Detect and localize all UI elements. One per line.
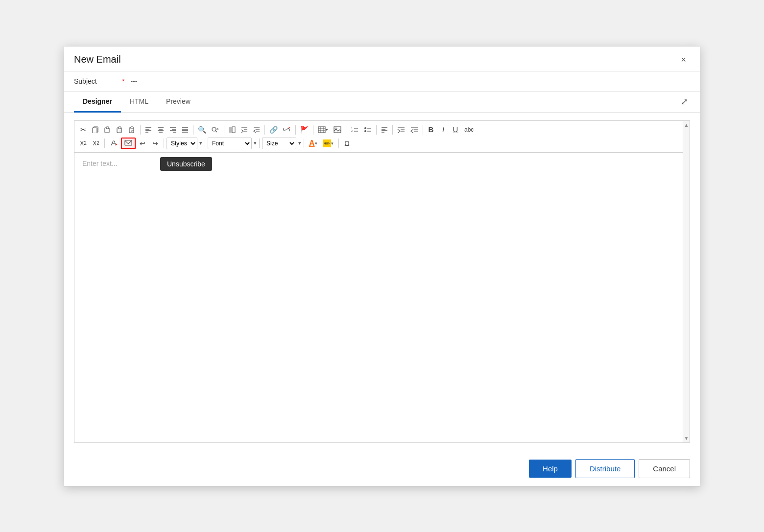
editor-placeholder: Enter text... bbox=[82, 160, 118, 167]
superscript-button[interactable]: X2 bbox=[90, 138, 102, 149]
new-email-dialog: New Email × Subject * --- Designer HTML … bbox=[64, 46, 700, 486]
block-button[interactable] bbox=[226, 124, 238, 136]
editor-content[interactable]: Enter text... bbox=[74, 153, 690, 442]
sep4 bbox=[264, 125, 265, 135]
sep2 bbox=[193, 125, 193, 135]
sep11 bbox=[104, 139, 105, 148]
subject-value: --- bbox=[130, 77, 137, 85]
ordered-list-button[interactable]: 1.2. bbox=[348, 124, 361, 136]
align-left-button[interactable] bbox=[143, 124, 154, 136]
clear-format-button[interactable] bbox=[107, 138, 120, 149]
sep6 bbox=[313, 125, 313, 135]
sep1 bbox=[140, 125, 141, 135]
editor-area: ✂ T W bbox=[74, 120, 690, 443]
tabs-row: Designer HTML Preview ⤢ bbox=[64, 92, 700, 113]
svg-text:a: a bbox=[216, 127, 218, 130]
cut-button[interactable]: ✂ bbox=[77, 124, 89, 136]
scroll-up-button[interactable]: ▲ bbox=[683, 121, 690, 129]
svg-point-49 bbox=[364, 127, 366, 129]
flag-button[interactable]: 🚩 bbox=[298, 124, 311, 136]
sep5 bbox=[295, 125, 296, 135]
editor-toolbar: ✂ T W bbox=[74, 121, 690, 153]
bold-button[interactable]: B bbox=[425, 124, 437, 136]
strikethrough-button[interactable]: abc bbox=[462, 124, 476, 136]
close-button[interactable]: × bbox=[677, 53, 690, 66]
sep15 bbox=[304, 139, 304, 148]
decrease-indent-button[interactable] bbox=[408, 124, 421, 136]
scroll-track[interactable] bbox=[683, 129, 690, 434]
styles-select[interactable]: Styles bbox=[167, 138, 197, 149]
dialog-title: New Email bbox=[74, 54, 121, 65]
undo-button[interactable]: ↩ bbox=[137, 138, 148, 149]
remove-link-button[interactable] bbox=[281, 124, 293, 136]
sep16 bbox=[338, 139, 339, 148]
find-replace-button[interactable]: a bbox=[209, 124, 222, 136]
dialog-footer: Help Distribute Cancel bbox=[64, 451, 700, 486]
svg-rect-29 bbox=[229, 127, 232, 133]
unordered-list-button[interactable] bbox=[361, 124, 374, 136]
svg-text:2.: 2. bbox=[351, 129, 353, 132]
paste-button[interactable] bbox=[102, 124, 114, 136]
help-button[interactable]: Help bbox=[529, 460, 572, 478]
styles-arrow: ▾ bbox=[199, 140, 202, 146]
subject-label: Subject bbox=[74, 77, 118, 85]
scrollbar[interactable]: ▲ ▼ bbox=[683, 121, 690, 442]
align2-button[interactable] bbox=[379, 124, 390, 136]
unsubscribe-button[interactable] bbox=[121, 138, 136, 149]
align-right-button[interactable] bbox=[167, 124, 179, 136]
tab-html[interactable]: HTML bbox=[121, 92, 157, 113]
copy-button[interactable] bbox=[90, 124, 101, 136]
insert-link-button[interactable]: 🔗 bbox=[267, 124, 280, 136]
special-char-button[interactable]: Ω bbox=[341, 138, 353, 149]
distribute-button[interactable]: Distribute bbox=[575, 459, 635, 478]
size-select[interactable]: Size bbox=[262, 138, 296, 149]
tab-designer[interactable]: Designer bbox=[74, 92, 121, 113]
cancel-button[interactable]: Cancel bbox=[639, 459, 690, 478]
sep10 bbox=[423, 125, 423, 135]
sep14 bbox=[259, 139, 260, 148]
svg-rect-30 bbox=[232, 127, 235, 133]
toolbar-row-1: ✂ T W bbox=[77, 123, 687, 137]
size-arrow: ▾ bbox=[298, 140, 301, 146]
svg-point-26 bbox=[212, 127, 216, 131]
font-arrow: ▾ bbox=[254, 140, 257, 146]
sep3 bbox=[224, 125, 224, 135]
editor-tabs: Designer HTML Preview bbox=[74, 92, 199, 112]
font-select[interactable]: Font bbox=[208, 138, 252, 149]
increase-indent-button[interactable] bbox=[395, 124, 407, 136]
search-button[interactable]: 🔍 bbox=[195, 124, 209, 136]
font-color-button[interactable]: A ▾ bbox=[307, 138, 320, 149]
paste3-button[interactable]: W bbox=[126, 124, 138, 136]
dialog-header: New Email × bbox=[64, 46, 700, 71]
scroll-down-button[interactable]: ▼ bbox=[683, 434, 690, 442]
highlight-dropdown: ▾ bbox=[331, 141, 334, 146]
underline-button[interactable]: U bbox=[450, 124, 461, 136]
svg-text:T: T bbox=[119, 129, 121, 132]
font-color-icon: A bbox=[309, 139, 315, 148]
highlight-button[interactable]: ✏ ▾ bbox=[321, 138, 336, 149]
image-button[interactable] bbox=[331, 124, 344, 136]
svg-rect-3 bbox=[106, 127, 109, 129]
sep7 bbox=[346, 125, 346, 135]
table-button[interactable]: ▾ bbox=[315, 124, 331, 136]
subscript-button[interactable]: X2 bbox=[77, 138, 89, 149]
align-center-button[interactable] bbox=[155, 124, 167, 136]
required-indicator: * bbox=[122, 77, 124, 85]
redo-button[interactable]: ↪ bbox=[149, 138, 161, 149]
italic-button[interactable]: I bbox=[437, 124, 449, 136]
outdent-button[interactable] bbox=[251, 124, 263, 136]
expand-button[interactable]: ⤢ bbox=[679, 94, 690, 109]
indent-button[interactable] bbox=[239, 124, 250, 136]
svg-line-27 bbox=[215, 131, 217, 132]
align-justify-button[interactable] bbox=[179, 124, 191, 136]
paste2-button[interactable]: T bbox=[114, 124, 126, 136]
tab-preview[interactable]: Preview bbox=[157, 92, 199, 113]
svg-rect-5 bbox=[119, 127, 121, 129]
font-color-dropdown: ▾ bbox=[315, 141, 317, 146]
highlight-icon: ✏ bbox=[323, 139, 331, 147]
svg-text:W: W bbox=[131, 129, 134, 132]
svg-rect-38 bbox=[318, 127, 325, 133]
svg-rect-1 bbox=[93, 128, 97, 133]
subject-row: Subject * --- bbox=[64, 71, 700, 92]
sep13 bbox=[205, 139, 205, 148]
